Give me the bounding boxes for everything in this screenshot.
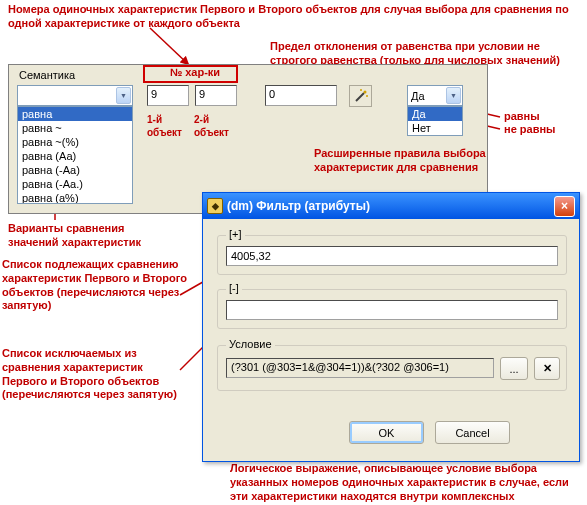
list-item[interactable]: равна — [18, 107, 132, 121]
yes-no-open-list[interactable]: Да Нет — [407, 106, 463, 136]
anno-bottom1: Логическое выражение, описывающее услови… — [230, 462, 580, 503]
anno-left2: Список подлежащих сравнению характеристи… — [2, 258, 187, 313]
close-button[interactable]: × — [554, 196, 575, 217]
list-item[interactable]: равна ~(%) — [18, 135, 132, 149]
browse-button[interactable]: ... — [500, 357, 528, 380]
filter-dialog: ◆ (dm) Фильтр (атрибуты) × [+] [-] Услов… — [202, 192, 580, 462]
char-num-1[interactable]: 9 — [147, 85, 189, 106]
svg-line-0 — [150, 28, 188, 64]
anno-left1: Варианты сравнения значений характеристи… — [8, 222, 178, 250]
group-condition: Условие (?301 (@303=1&@304=1))&(?302 @30… — [217, 345, 567, 391]
anno-right1: Расширенные правила выбора характеристик… — [314, 147, 514, 175]
list-item[interactable]: равна (-Аа) — [18, 163, 132, 177]
ok-button[interactable]: OK — [349, 421, 424, 444]
list-item[interactable]: Нет — [408, 121, 462, 135]
char-num-2[interactable]: 9 — [195, 85, 237, 106]
cancel-button[interactable]: Cancel — [435, 421, 510, 444]
clear-button[interactable]: ✕ — [534, 357, 560, 380]
anno-char-no: № хар-ки — [155, 66, 235, 80]
anno-notequal: не равны — [504, 123, 555, 137]
plus-field[interactable] — [226, 246, 558, 266]
group-plus-label: [+] — [226, 228, 245, 240]
anno-obj2: 2-й объект — [194, 114, 229, 139]
group-condition-label: Условие — [226, 338, 275, 350]
chevron-down-icon: ▼ — [116, 87, 131, 104]
chevron-down-icon: ▼ — [446, 87, 461, 104]
yes-no-value: Да — [408, 90, 446, 102]
svg-point-14 — [366, 95, 368, 97]
anno-obj1: 1-й объект — [147, 114, 182, 139]
window-title: (dm) Фильтр (атрибуты) — [227, 199, 370, 213]
close-icon: ✕ — [543, 362, 552, 375]
list-item[interactable]: равна (Аа) — [18, 149, 132, 163]
anno-left3: Список исключаемых из сравнения характер… — [2, 347, 187, 402]
group-minus: [-] — [217, 289, 567, 329]
list-item[interactable]: равна (-Аа.) — [18, 177, 132, 191]
app-icon: ◆ — [207, 198, 223, 214]
anno-equal: равны — [504, 110, 540, 124]
list-item[interactable]: равна (а%) — [18, 191, 132, 204]
wand-icon — [354, 89, 368, 103]
svg-line-11 — [356, 93, 364, 101]
condition-field[interactable]: (?301 (@303=1&@304=1))&(?302 @306=1) — [226, 358, 494, 378]
titlebar[interactable]: ◆ (dm) Фильтр (атрибуты) × — [203, 193, 579, 219]
anno-top-main: Номера одиночных характеристик Первого и… — [8, 3, 573, 31]
semantics-combo[interactable]: ▼ — [17, 85, 133, 106]
list-item[interactable]: Да — [408, 107, 462, 121]
svg-point-13 — [360, 89, 362, 91]
deviation-box[interactable]: 0 — [265, 85, 337, 106]
yes-no-combo[interactable]: Да ▼ — [407, 85, 463, 106]
advanced-rules-button[interactable] — [349, 85, 372, 107]
group-plus: [+] — [217, 235, 567, 275]
minus-field[interactable] — [226, 300, 558, 320]
semantics-open-list[interactable]: равна равна ~ равна ~(%) равна (Аа) равн… — [17, 106, 133, 204]
group-minus-label: [-] — [226, 282, 242, 294]
svg-point-12 — [363, 91, 366, 94]
close-icon: × — [561, 199, 568, 213]
list-item[interactable]: равна ~ — [18, 121, 132, 135]
semantics-label: Семантика — [19, 69, 75, 81]
